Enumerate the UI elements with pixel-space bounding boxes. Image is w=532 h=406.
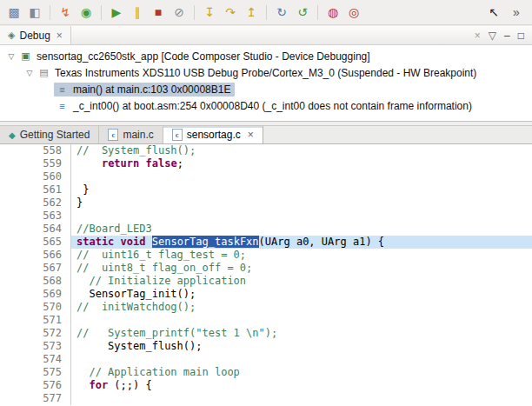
debug-button[interactable]: ◉ bbox=[77, 3, 95, 21]
editor-tab-main-c[interactable]: cmain.c bbox=[99, 126, 163, 143]
annotation-ruler[interactable] bbox=[0, 236, 14, 249]
debug-tree-row[interactable]: ▽▣sensortag_cc2650stk_app [Code Composer… bbox=[0, 48, 532, 64]
line-number: 565 bbox=[14, 236, 71, 249]
annotation-ruler[interactable] bbox=[0, 301, 14, 314]
line-number: 561 bbox=[14, 183, 71, 196]
annotation-ruler[interactable] bbox=[0, 196, 14, 210]
code-line[interactable]: 562} bbox=[0, 196, 532, 210]
remove-all-terminated-button[interactable]: × bbox=[475, 30, 481, 42]
line-number: 563 bbox=[14, 210, 71, 223]
code-token: // uint16_t flag_test = 0; bbox=[76, 249, 246, 261]
reset-button[interactable]: ↻ bbox=[273, 3, 290, 21]
code-line[interactable]: 563 bbox=[0, 210, 532, 223]
annotation-ruler[interactable] bbox=[0, 275, 14, 288]
code-line-content bbox=[71, 314, 532, 327]
code-line[interactable]: 569 SensorTag_init(); bbox=[0, 288, 532, 301]
annotation-ruler[interactable] bbox=[0, 392, 14, 405]
code-line-content: // uint8_t flag_on_off = 0; bbox=[71, 262, 532, 275]
pointer-mode-button[interactable]: ↖ bbox=[485, 3, 502, 21]
annotation-ruler[interactable] bbox=[0, 249, 14, 262]
annotation-ruler[interactable] bbox=[0, 366, 14, 379]
annotation-ruler[interactable] bbox=[0, 340, 14, 353]
code-token: return bbox=[102, 157, 139, 170]
code-line-content: // System_printf("test 1 \n"); bbox=[71, 327, 532, 340]
debug-tree-row[interactable]: ≡_c_int00() at boot.asm:254 0x00008D40 (… bbox=[0, 97, 532, 114]
annotation-ruler[interactable] bbox=[0, 183, 14, 196]
code-line[interactable]: 570// initWatchdog(); bbox=[0, 301, 532, 314]
code-token: SensorTag_init(); bbox=[76, 288, 196, 300]
code-line[interactable]: 571 bbox=[0, 314, 532, 327]
debug-tree-row[interactable]: ▽▤Texas Instruments XDS110 USB Debug Pro… bbox=[0, 64, 532, 81]
annotation-ruler[interactable] bbox=[0, 210, 14, 223]
line-number: 567 bbox=[14, 262, 71, 275]
line-number: 562 bbox=[14, 196, 71, 210]
code-line[interactable]: 568 // Initialize application bbox=[0, 275, 532, 288]
annotation-ruler[interactable] bbox=[0, 379, 14, 392]
view-menu-button[interactable]: ▽ bbox=[489, 30, 496, 42]
terminate-button[interactable]: ■ bbox=[150, 3, 167, 21]
step-over-button[interactable]: ↷ bbox=[222, 3, 239, 21]
profile-button[interactable]: ◍ bbox=[324, 3, 342, 21]
editor-tab-getting-started[interactable]: ◆Getting Started bbox=[0, 126, 99, 143]
annotation-ruler[interactable] bbox=[0, 170, 14, 183]
annotation-ruler[interactable] bbox=[0, 144, 14, 157]
new-wizard-button[interactable]: ▩ bbox=[5, 3, 23, 21]
editor-tab-sensortag-c[interactable]: csensortag.c× bbox=[163, 126, 263, 143]
code-line[interactable]: 575 // Application main loop bbox=[0, 366, 532, 379]
code-line[interactable]: 565static void SensorTag_taskFxn(UArg a0… bbox=[0, 236, 532, 249]
debug-tree: ▽▣sensortag_cc2650stk_app [Code Composer… bbox=[0, 45, 532, 114]
expander-icon[interactable]: ▽ bbox=[23, 69, 36, 77]
code-line[interactable]: 573 System_flush(); bbox=[0, 340, 532, 353]
code-line[interactable]: 567// uint8_t flag_on_off = 0; bbox=[0, 262, 532, 275]
code-line[interactable]: 577 bbox=[0, 392, 532, 405]
code-token: void bbox=[121, 236, 146, 248]
restart-button[interactable]: ↺ bbox=[294, 3, 311, 21]
annotation-ruler[interactable] bbox=[0, 288, 14, 301]
code-token: System_flush(); bbox=[76, 340, 203, 352]
debug-view-icon: ◈ bbox=[8, 30, 15, 41]
save-button[interactable]: ◧ bbox=[26, 3, 43, 21]
step-into-button[interactable]: ↧ bbox=[201, 3, 218, 21]
debug-view-tab[interactable]: ◈ Debug × bbox=[0, 26, 71, 44]
tree-row-content: ▤Texas Instruments XDS110 USB Debug Prob… bbox=[36, 66, 481, 80]
line-number: 577 bbox=[14, 392, 71, 405]
annotation-ruler[interactable] bbox=[0, 223, 14, 236]
annotation-ruler[interactable] bbox=[0, 353, 14, 366]
code-line[interactable]: 564//Board_LED3 bbox=[0, 223, 532, 236]
annotation-ruler[interactable] bbox=[0, 314, 14, 327]
debug-view-close-icon[interactable]: × bbox=[57, 30, 63, 42]
c-file-icon: c bbox=[108, 129, 118, 141]
annotation-ruler[interactable] bbox=[0, 262, 14, 275]
minimize-view-button[interactable]: – bbox=[504, 30, 510, 42]
toolbar-separator bbox=[266, 5, 267, 20]
code-token: //Board_LED3 bbox=[76, 223, 152, 235]
expander-icon[interactable]: ▽ bbox=[5, 52, 17, 61]
code-line[interactable]: 574 bbox=[0, 353, 532, 366]
debug-tree-row[interactable]: ≡main() at main.c:103 0x00008B1E bbox=[0, 81, 532, 97]
code-line[interactable]: 566// uint16_t flag_test = 0; bbox=[0, 249, 532, 262]
debug-view-toolbar: ×▽–□ bbox=[475, 30, 532, 42]
stack-frame-icon: ≡ bbox=[56, 84, 69, 95]
disconnect-button[interactable]: ⊘ bbox=[170, 3, 188, 21]
code-line[interactable]: 576 for (;;) { bbox=[0, 379, 532, 392]
code-line[interactable]: 558// System_flush(); bbox=[0, 144, 532, 157]
suspend-button[interactable]: ∥ bbox=[129, 3, 146, 21]
code-line[interactable]: 572// System_printf("test 1 \n"); bbox=[0, 327, 532, 340]
flash-button[interactable]: ↯ bbox=[57, 3, 74, 21]
code-line[interactable]: 559 return false; bbox=[0, 157, 532, 170]
code-line[interactable]: 560 bbox=[0, 170, 532, 183]
code-line-content: // uint16_t flag_test = 0; bbox=[71, 249, 532, 262]
tab-close-icon[interactable]: × bbox=[248, 129, 254, 141]
toolbar-separator bbox=[101, 5, 102, 20]
annotation-ruler[interactable] bbox=[0, 157, 14, 170]
annotation-ruler[interactable] bbox=[0, 327, 14, 340]
code-line[interactable]: 561 } bbox=[0, 183, 532, 196]
code-editor[interactable]: 558// System_flush();559 return false;56… bbox=[0, 144, 532, 406]
code-token: // initWatchdog(); bbox=[76, 301, 196, 313]
resume-button[interactable]: ▶ bbox=[108, 3, 125, 21]
editor-tabbar: ◆Getting Startedcmain.ccsensortag.c× bbox=[0, 125, 532, 144]
toolbar-overflow-button[interactable]: » bbox=[508, 3, 525, 21]
step-return-button[interactable]: ↥ bbox=[243, 3, 260, 21]
maximize-view-button[interactable]: □ bbox=[518, 30, 524, 42]
trace-button[interactable]: ◎ bbox=[345, 3, 362, 21]
